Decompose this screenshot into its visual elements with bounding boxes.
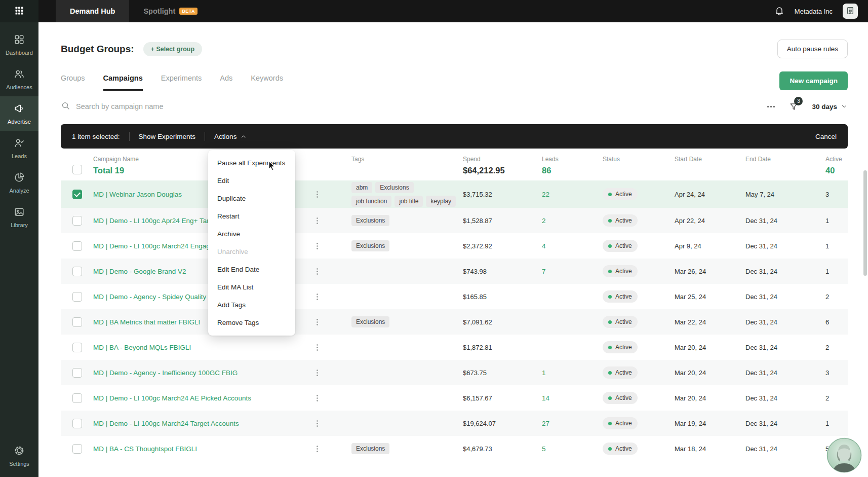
table-row: MD | Demo - LI 100gc Apr24 Eng+ Target E… — [61, 208, 848, 233]
active-count: 1 — [825, 420, 848, 427]
tabs: GroupsCampaignsExperimentsAdsKeywords — [61, 70, 301, 91]
show-experiments-button[interactable]: Show Experiments — [139, 133, 196, 140]
divider — [129, 132, 130, 141]
campaign-link[interactable]: MD | BA - Beyond MQLs FBIGLI — [93, 344, 306, 351]
menu-item-remove-tags[interactable]: Remove Tags — [208, 314, 295, 332]
row-menu-button[interactable] — [306, 216, 328, 225]
row-menu-button[interactable] — [306, 267, 328, 276]
row-checkbox[interactable] — [72, 317, 82, 327]
row-checkbox[interactable] — [72, 393, 82, 403]
row-menu-button[interactable] — [306, 242, 328, 250]
row-menu-button[interactable] — [306, 445, 328, 453]
campaign-link[interactable]: MD | Demo - Agency - Inefficiency 100GC … — [93, 369, 306, 377]
tab-demand-hub[interactable]: Demand Hub — [56, 0, 129, 22]
row-menu-button[interactable] — [306, 394, 328, 402]
tab-campaigns[interactable]: Campaigns — [103, 74, 143, 91]
start-date: Mar 19, 24 — [675, 420, 745, 427]
menu-item-restart[interactable]: Restart — [208, 207, 295, 225]
tab-keywords[interactable]: Keywords — [251, 74, 283, 91]
leads-link[interactable]: 5 — [542, 445, 546, 453]
row-checkbox[interactable] — [72, 241, 82, 251]
start-date: Mar 18, 24 — [675, 445, 745, 453]
end-date: May 7, 24 — [745, 191, 825, 198]
filter-button[interactable]: 3 — [789, 102, 799, 112]
leads-link[interactable]: 7 — [542, 268, 546, 275]
row-menu-button[interactable] — [306, 190, 328, 199]
campaign-link[interactable]: MD | Demo - LI 100gc March24 Target Acco… — [93, 420, 306, 427]
sidebar-item-library[interactable]: Library — [0, 200, 38, 234]
campaign-link[interactable]: MD | Demo - LI 100gc March24 AE Picked A… — [93, 394, 306, 402]
main-area: Demand Hub Spotlight BETA Metadata Inc B… — [38, 0, 868, 477]
col-leads: Leads — [542, 156, 603, 163]
chevron-up-icon — [240, 133, 247, 140]
sidebar-item-leads[interactable]: Leads — [0, 131, 38, 165]
tab-experiments[interactable]: Experiments — [161, 74, 202, 91]
vertical-scrollbar-thumb[interactable] — [863, 170, 867, 276]
status-badge: Active — [603, 341, 638, 353]
leads-link[interactable]: 14 — [542, 394, 549, 402]
menu-item-pause-all-experiments[interactable]: Pause all Experiments — [208, 154, 295, 172]
sidebar-item-dashboard[interactable]: Dashboard — [0, 27, 38, 62]
row-checkbox[interactable] — [72, 444, 82, 454]
row-menu-button[interactable] — [306, 369, 328, 377]
actions-dropdown-button[interactable]: Actions — [214, 133, 247, 140]
spend-value: $19,624.07 — [460, 420, 537, 427]
sidebar-nav: Dashboard Audiences Advertise Leads Anal… — [0, 27, 38, 234]
sidebar: Dashboard Audiences Advertise Leads Anal… — [0, 0, 38, 477]
leads-link[interactable]: 4 — [542, 242, 546, 250]
sidebar-item-settings[interactable]: Settings — [0, 438, 38, 473]
sidebar-item-analyze[interactable]: Analyze — [0, 165, 38, 200]
menu-item-edit[interactable]: Edit — [208, 172, 295, 190]
tag-pill: Exclusions — [351, 443, 389, 454]
select-all-checkbox[interactable] — [72, 165, 82, 174]
new-campaign-button[interactable]: New campaign — [779, 71, 848, 90]
menu-item-edit-end-date[interactable]: Edit End Date — [208, 261, 295, 278]
search-input[interactable] — [76, 102, 766, 111]
leads-link[interactable]: 2 — [542, 217, 546, 225]
org-account-button[interactable] — [843, 4, 858, 19]
auto-pause-rules-button[interactable]: Auto pause rules — [777, 40, 848, 58]
more-options-icon[interactable] — [766, 102, 776, 112]
status-label: Active — [615, 394, 632, 401]
tab-spotlight[interactable]: Spotlight BETA — [143, 7, 198, 15]
row-menu-button[interactable] — [306, 343, 328, 352]
row-tags: Exclusions — [328, 214, 460, 228]
row-checkbox[interactable] — [72, 368, 82, 378]
leads-link[interactable]: 1 — [542, 369, 546, 377]
end-date: Dec 31, 24 — [745, 369, 825, 377]
row-checkbox[interactable] — [72, 267, 82, 276]
leads-link[interactable]: 27 — [542, 420, 549, 427]
franklin-avatar-widget[interactable] — [826, 437, 862, 473]
row-checkbox[interactable] — [72, 419, 82, 428]
row-checkbox[interactable] — [72, 216, 82, 226]
sidebar-item-audiences[interactable]: Audiences — [0, 62, 38, 96]
gear-icon — [14, 445, 25, 458]
spend-value: $3,715.32 — [460, 191, 537, 198]
notifications-bell-icon[interactable] — [774, 6, 784, 16]
row-menu-button[interactable] — [306, 292, 328, 301]
menu-item-archive[interactable]: Archive — [208, 225, 295, 243]
row-checkbox[interactable] — [72, 292, 82, 302]
spend-value: $4,679.73 — [460, 445, 537, 453]
building-icon — [846, 6, 855, 17]
spend-value: $1,872.81 — [460, 344, 537, 351]
select-group-button[interactable]: + Select group — [143, 42, 202, 56]
cancel-selection-button[interactable]: Cancel — [815, 133, 837, 140]
sidebar-item-advertise[interactable]: Advertise — [0, 96, 38, 131]
row-checkbox[interactable] — [72, 190, 82, 199]
active-count: 3 — [825, 191, 848, 198]
menu-item-add-tags[interactable]: Add Tags — [208, 296, 295, 314]
menu-item-edit-ma-list[interactable]: Edit MA List — [208, 278, 295, 296]
date-range-dropdown[interactable]: 30 days — [812, 103, 848, 111]
campaign-link[interactable]: MD | BA - CS Thoughtspot FBIGLI — [93, 445, 306, 453]
app-launcher-button[interactable] — [0, 0, 38, 22]
tab-groups[interactable]: Groups — [61, 74, 85, 91]
row-menu-button[interactable] — [306, 419, 328, 428]
row-menu-button[interactable] — [306, 318, 328, 326]
end-date: Dec 31, 24 — [745, 445, 825, 453]
status-label: Active — [615, 242, 632, 249]
leads-link[interactable]: 22 — [542, 191, 549, 198]
menu-item-duplicate[interactable]: Duplicate — [208, 190, 295, 207]
tab-ads[interactable]: Ads — [220, 74, 232, 91]
row-checkbox[interactable] — [72, 343, 82, 352]
